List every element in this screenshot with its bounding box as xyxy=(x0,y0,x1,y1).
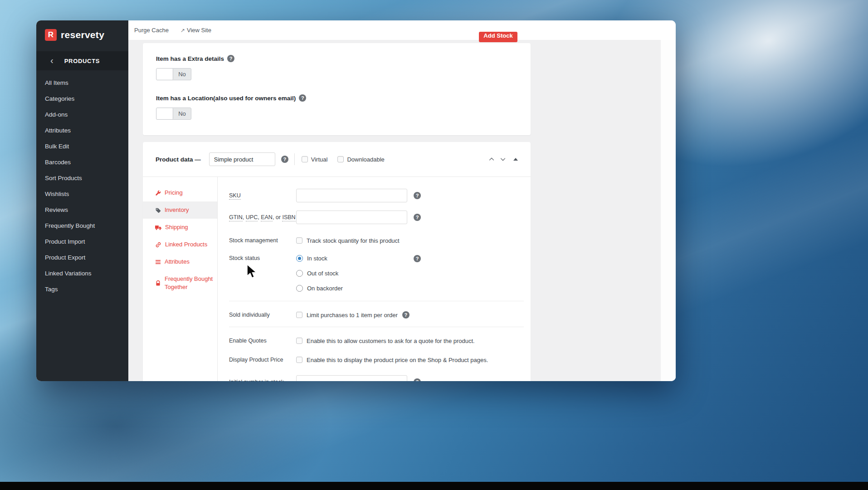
tab-inventory[interactable]: Inventory xyxy=(143,201,217,219)
sidebar-item-product-export[interactable]: Product Export xyxy=(36,250,128,265)
sidebar-item-linked-variations[interactable]: Linked Variations xyxy=(36,265,128,281)
initial-stock-label: Initial number in stock xyxy=(229,379,296,381)
stock-status-label: Stock status xyxy=(229,255,296,261)
stock-status-out-of-stock[interactable]: Out of stock xyxy=(296,270,407,277)
frequently-bought-icon xyxy=(155,280,161,286)
tab-shipping[interactable]: Shipping xyxy=(143,219,217,236)
sidebar-item-all-items[interactable]: All Items xyxy=(36,75,128,91)
track-stock-label: Track stock quantity for this product xyxy=(307,237,400,244)
help-icon[interactable]: ? xyxy=(414,192,421,199)
initial-stock-input[interactable] xyxy=(296,375,407,381)
location-label: Item has a Location(also used for owners… xyxy=(156,95,296,102)
sku-input[interactable] xyxy=(296,189,407,202)
sold-individually-checkbox[interactable] xyxy=(296,312,302,318)
item-options-card: Item has a Extra details ? No Item has a… xyxy=(143,43,531,135)
main-area: Purge Cache ↗ View Site Add Stock Item h… xyxy=(128,20,676,381)
sidebar-item-reviews[interactable]: Reviews xyxy=(36,202,128,218)
help-icon[interactable]: ? xyxy=(299,94,306,102)
sidebar-item-frequently-bought[interactable]: Frequently Bought xyxy=(36,218,128,234)
chevron-down-icon[interactable] xyxy=(500,156,506,162)
extra-details-toggle[interactable]: No xyxy=(156,68,191,80)
chevron-up-icon[interactable] xyxy=(488,156,495,162)
linked-products-icon xyxy=(155,242,161,248)
toggle-state-label: No xyxy=(173,69,191,80)
help-icon[interactable]: ? xyxy=(227,55,234,62)
external-link-icon: ↗ xyxy=(180,27,185,34)
help-icon[interactable]: ? xyxy=(414,255,421,262)
stock-status-options: In stock Out of stock On backorder xyxy=(296,255,407,300)
enable-quotes-checkbox[interactable] xyxy=(296,338,302,344)
shipping-icon xyxy=(155,225,161,230)
product-data-tabs: Pricing Inventory Shipping Linked P xyxy=(143,177,218,381)
toggle-state-label: No xyxy=(173,108,191,119)
product-data-card: Product data — Simple product ? Virtual … xyxy=(143,142,531,381)
caret-up-icon[interactable] xyxy=(513,158,518,161)
virtual-checkbox[interactable] xyxy=(302,156,308,162)
tab-frequently-bought-together[interactable]: Frequently Bought Together xyxy=(143,270,217,296)
gtin-input[interactable] xyxy=(296,211,407,224)
inventory-panel: SKU ? GTIN, UPC, EAN, or ISBN ? xyxy=(218,177,531,381)
sidebar-item-bulk-edit[interactable]: Bulk Edit xyxy=(36,138,128,154)
radio-on-backorder[interactable] xyxy=(296,285,303,292)
help-icon[interactable]: ? xyxy=(414,378,421,381)
tab-pricing[interactable]: Pricing xyxy=(143,184,217,201)
purge-cache-link[interactable]: Purge Cache xyxy=(134,27,169,34)
divider xyxy=(229,301,524,301)
screen-bottom-bar xyxy=(0,482,868,490)
toggle-knob xyxy=(156,108,173,119)
track-stock-checkbox-row[interactable]: Track stock quantity for this product xyxy=(296,237,400,244)
attributes-icon xyxy=(155,259,161,265)
display-price-checkbox-row[interactable]: Enable this to display the product price… xyxy=(296,357,488,363)
radio-in-stock[interactable] xyxy=(296,255,303,262)
content-right-strip xyxy=(661,40,676,381)
app-window: R reservety ‹ PRODUCTS All Items Categor… xyxy=(36,20,676,381)
stock-management-label: Stock management xyxy=(229,237,296,244)
add-stock-button[interactable]: Add Stock xyxy=(479,32,517,42)
sidebar-item-product-import[interactable]: Product Import xyxy=(36,234,128,250)
sidebar-item-attributes[interactable]: Attributes xyxy=(36,122,128,138)
divider xyxy=(294,153,295,165)
sold-individually-checkbox-row[interactable]: Limit purchases to 1 item per order xyxy=(296,312,398,318)
radio-out-of-stock[interactable] xyxy=(296,270,303,277)
sku-label: SKU xyxy=(229,192,296,199)
downloadable-checkbox[interactable] xyxy=(337,156,344,162)
view-site-link[interactable]: ↗ View Site xyxy=(180,27,211,34)
chevron-left-icon[interactable]: ‹ xyxy=(50,56,54,65)
display-price-label: Display Product Price xyxy=(229,357,296,363)
sidebar-item-add-ons[interactable]: Add-ons xyxy=(36,107,128,122)
downloadable-checkbox-row[interactable]: Downloadable xyxy=(337,156,384,163)
enable-quotes-label: Enable Quotes xyxy=(229,338,296,344)
sidebar-item-categories[interactable]: Categories xyxy=(36,91,128,107)
toggle-knob xyxy=(156,69,173,80)
virtual-checkbox-row[interactable]: Virtual xyxy=(302,156,328,163)
sidebar-item-wishlists[interactable]: Wishlists xyxy=(36,186,128,202)
divider xyxy=(229,327,524,327)
sidebar-item-barcodes[interactable]: Barcodes xyxy=(36,154,128,170)
reservety-logo: R reservety xyxy=(36,20,128,49)
help-icon[interactable]: ? xyxy=(402,311,410,318)
track-stock-checkbox[interactable] xyxy=(296,237,302,244)
display-price-checkbox[interactable] xyxy=(296,357,302,363)
enable-quotes-checkbox-row[interactable]: Enable this to allow customers to ask fo… xyxy=(296,338,475,344)
tab-linked-products[interactable]: Linked Products xyxy=(143,236,217,253)
extra-details-label: Item has a Extra details xyxy=(156,55,224,62)
admin-topbar: Purge Cache ↗ View Site xyxy=(128,20,676,40)
stock-status-on-backorder[interactable]: On backorder xyxy=(296,285,407,292)
reservety-logo-text: reservety xyxy=(61,29,104,40)
stock-status-in-stock[interactable]: In stock xyxy=(296,255,407,262)
sidebar: R reservety ‹ PRODUCTS All Items Categor… xyxy=(36,20,128,381)
sold-individually-label: Sold individually xyxy=(229,312,296,318)
tab-attributes[interactable]: Attributes xyxy=(143,253,217,270)
reservety-logo-icon: R xyxy=(45,29,57,41)
sidebar-section-products[interactable]: ‹ PRODUCTS xyxy=(36,51,128,70)
sidebar-item-sort-products[interactable]: Sort Products xyxy=(36,170,128,186)
product-type-select[interactable]: Simple product xyxy=(209,152,275,166)
help-icon[interactable]: ? xyxy=(414,214,421,221)
virtual-label: Virtual xyxy=(311,156,328,163)
content-area: Item has a Extra details ? No Item has a… xyxy=(128,40,676,381)
product-data-title: Product data — xyxy=(156,156,201,163)
location-toggle[interactable]: No xyxy=(156,108,191,120)
inventory-icon xyxy=(155,207,161,213)
help-icon[interactable]: ? xyxy=(281,156,288,163)
sidebar-item-tags[interactable]: Tags xyxy=(36,281,128,297)
